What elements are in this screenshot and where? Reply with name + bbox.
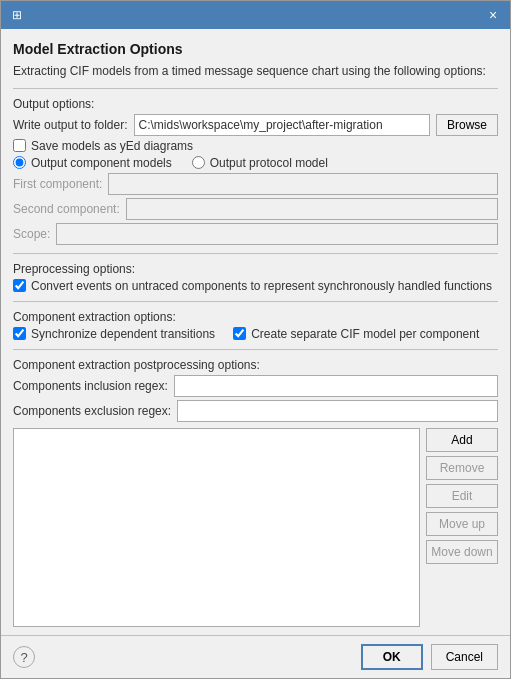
synchronize-label[interactable]: Synchronize dependent transitions [31,327,215,341]
save-models-checkbox[interactable] [13,139,26,152]
dialog: ⊞ × Model Extraction Options Extracting … [0,0,511,679]
component-extraction-label: Component extraction options: [13,310,498,324]
write-output-label: Write output to folder: [13,118,128,132]
inclusion-label: Components inclusion regex: [13,379,168,393]
separator-1 [13,88,498,89]
output-protocol-row: Output protocol model [192,156,328,170]
write-output-row: Write output to folder: Browse [13,114,498,136]
add-button[interactable]: Add [426,428,498,452]
bottom-right-buttons: OK Cancel [361,644,498,670]
list-area: Add Remove Edit Move up Move down [13,428,498,627]
edit-button[interactable]: Edit [426,484,498,508]
second-component-label: Second component: [13,202,120,216]
move-up-button[interactable]: Move up [426,512,498,536]
scope-label: Scope: [13,227,50,241]
output-component-radio[interactable] [13,156,26,169]
postprocessing-label: Component extraction postprocessing opti… [13,358,498,372]
close-button[interactable]: × [484,6,502,24]
first-component-label: First component: [13,177,102,191]
bottom-bar: ? OK Cancel [1,635,510,678]
convert-label[interactable]: Convert events on untraced components to… [31,279,492,293]
dialog-content: Model Extraction Options Extracting CIF … [1,29,510,635]
create-separate-checkbox[interactable] [233,327,246,340]
create-separate-row: Create separate CIF model per component [233,327,479,341]
output-protocol-radio[interactable] [192,156,205,169]
inclusion-input[interactable] [174,375,498,397]
remove-button[interactable]: Remove [426,456,498,480]
postprocessing-section: Component extraction postprocessing opti… [13,358,498,422]
items-list[interactable] [13,428,420,627]
move-down-button[interactable]: Move down [426,540,498,564]
exclusion-label: Components exclusion regex: [13,404,171,418]
output-protocol-label[interactable]: Output protocol model [210,156,328,170]
second-component-row: Second component: [13,198,498,220]
cancel-button[interactable]: Cancel [431,644,498,670]
output-type-group: Output component models Output protocol … [13,156,498,170]
component-extraction-options-row: Synchronize dependent transitions Create… [13,327,498,341]
save-models-row: Save models as yEd diagrams [13,139,498,153]
output-component-row: Output component models [13,156,172,170]
scope-row: Scope: [13,223,498,245]
output-component-label[interactable]: Output component models [31,156,172,170]
first-component-row: First component: [13,173,498,195]
title-bar-left: ⊞ [9,7,31,23]
second-component-input [126,198,498,220]
app-icon: ⊞ [9,7,25,23]
preprocessing-section: Preprocessing options: Convert events on… [13,262,498,293]
synchronize-row: Synchronize dependent transitions [13,327,215,341]
folder-input[interactable] [134,114,430,136]
separator-2 [13,253,498,254]
dialog-title: Model Extraction Options [13,41,498,57]
separator-4 [13,349,498,350]
title-bar: ⊞ × [1,1,510,29]
output-options-section: Output options: Write output to folder: … [13,97,498,245]
scope-input [56,223,498,245]
dialog-subtitle: Extracting CIF models from a timed messa… [13,63,498,80]
synchronize-checkbox[interactable] [13,327,26,340]
side-buttons: Add Remove Edit Move up Move down [426,428,498,627]
browse-button[interactable]: Browse [436,114,498,136]
exclusion-regex-row: Components exclusion regex: [13,400,498,422]
save-models-label[interactable]: Save models as yEd diagrams [31,139,193,153]
convert-checkbox[interactable] [13,279,26,292]
create-separate-label[interactable]: Create separate CIF model per component [251,327,479,341]
help-button[interactable]: ? [13,646,35,668]
exclusion-input[interactable] [177,400,498,422]
output-options-label: Output options: [13,97,498,111]
component-extraction-section: Component extraction options: Synchroniz… [13,310,498,341]
inclusion-regex-row: Components inclusion regex: [13,375,498,397]
preprocessing-label: Preprocessing options: [13,262,498,276]
ok-button[interactable]: OK [361,644,423,670]
convert-row: Convert events on untraced components to… [13,279,498,293]
first-component-input [108,173,498,195]
separator-3 [13,301,498,302]
